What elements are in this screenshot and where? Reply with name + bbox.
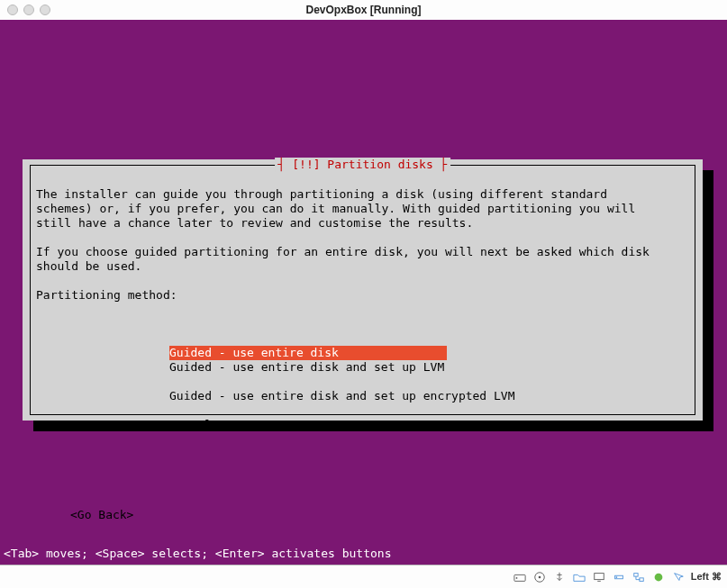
dialog-inner: ┤ [!!] Partition disks ├ The installer c… [30,165,695,415]
minimize-icon[interactable] [23,5,34,15]
console-area[interactable]: ┤ [!!] Partition disks ├ The installer c… [0,20,727,565]
shared-folder-icon[interactable] [572,570,586,584]
title-left-bracket: ┤ [278,158,293,171]
mouse-integration-icon[interactable] [671,570,686,584]
menu-item-guided-entire-disk[interactable]: Guided - use entire disk [169,346,447,360]
title-right-bracket: ├ [441,158,448,171]
dialog-wrap: ┤ [!!] Partition disks ├ The installer c… [23,159,703,421]
svg-point-6 [615,576,617,578]
svg-point-9 [654,573,662,581]
audio-icon[interactable] [612,570,626,584]
title-text: Partition disks [321,158,441,171]
usb-icon[interactable] [552,570,567,584]
optical-disk-icon[interactable] [532,570,547,584]
menu-item-guided-lvm[interactable]: Guided - use entire disk and set up LVM [169,360,689,375]
body-line: If you choose guided partitioning for an… [36,245,650,258]
body-line: still have a chance later to review and … [36,216,473,230]
footer-hint: <Tab> moves; <Space> selects; <Enter> ac… [4,547,391,561]
body-line: should be used. [36,259,141,273]
statusbar: Left ⌘ [0,565,727,588]
network-icon[interactable] [632,570,646,584]
menu-item-guided-encrypted-lvm[interactable]: Guided - use entire disk and set up encr… [169,389,689,403]
host-key-indicator: Left ⌘ [691,571,722,583]
partition-dialog: ┤ [!!] Partition disks ├ The installer c… [23,159,703,421]
dialog-body: The installer can guide you through part… [31,166,695,551]
svg-point-1 [515,577,517,579]
titlebar: DevOpxBox [Running] [0,0,727,21]
partition-method-menu: Guided - use entire disk Guided - use en… [169,331,689,461]
go-back-button[interactable]: <Go Back> [70,508,689,522]
close-icon[interactable] [7,5,18,15]
vm-window: DevOpxBox [Running] ┤ [!!] Partition dis… [0,0,727,588]
zoom-icon[interactable] [40,5,50,15]
title-bang: [!!] [292,158,320,171]
record-icon[interactable] [651,570,666,584]
dialog-title: ┤ [!!] Partition disks ├ [275,158,451,172]
menu-item-manual[interactable]: Manual [169,418,689,432]
traffic-lights [0,5,50,15]
svg-rect-7 [634,573,638,576]
display-icon[interactable] [592,570,606,584]
svg-point-3 [538,575,541,578]
window-title: DevOpxBox [Running] [0,4,727,16]
hard-disk-icon[interactable] [513,570,527,584]
svg-rect-8 [640,577,643,581]
body-line: The installer can guide you through part… [36,187,607,201]
body-line: Partitioning method: [36,288,177,302]
body-line: schemes) or, if you prefer, you can do i… [36,202,635,215]
svg-rect-4 [595,573,604,579]
